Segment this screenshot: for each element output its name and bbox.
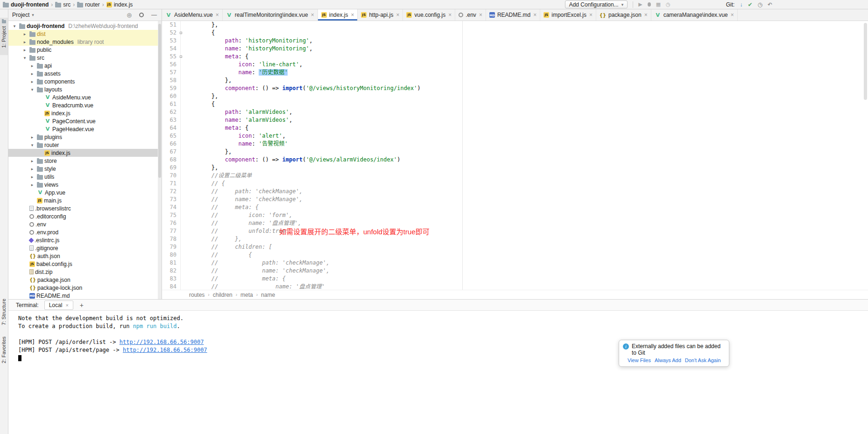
- editor-scrollbar[interactable]: [863, 21, 868, 290]
- fold-icon[interactable]: [180, 56, 182, 58]
- tree-item-editorconfig[interactable]: .editorconfig: [8, 212, 162, 220]
- breadcrumb-item-meta[interactable]: meta: [240, 292, 253, 298]
- tree-item-app-vue[interactable]: VApp.vue: [8, 189, 162, 196]
- breadcrumb-item-index-js[interactable]: JSindex.js: [106, 1, 133, 8]
- chevron-icon[interactable]: ▸: [29, 71, 35, 76]
- code-line-77[interactable]: 77 // unfold:true: [162, 227, 868, 235]
- code-line-63[interactable]: 63 name: 'alarmVideos',: [162, 116, 868, 124]
- tree-item-style[interactable]: ▸style: [8, 165, 162, 173]
- tree-item-eslintrc-js[interactable]: .eslintrc.js: [8, 236, 162, 244]
- close-icon[interactable]: ×: [396, 12, 399, 18]
- git-commit-icon[interactable]: ✔: [748, 1, 752, 8]
- breadcrumb-item-router[interactable]: router: [77, 1, 99, 8]
- tree-item-pageheader-vue[interactable]: VPageHeader.vue: [8, 125, 162, 133]
- chevron-icon[interactable]: ▸: [29, 159, 35, 163]
- tree-item-store[interactable]: ▸store: [8, 157, 162, 165]
- code-line-66[interactable]: 66 name: '告警视频': [162, 140, 868, 148]
- chevron-icon[interactable]: ▾: [29, 87, 35, 92]
- tree-item-babel-config-js[interactable]: JSbabel.config.js: [8, 260, 162, 268]
- chevron-icon[interactable]: ▸: [29, 63, 35, 68]
- tree-item-duoji-frontend[interactable]: ▾duoji-frontendD:\zheheWeb\duoji-fronten…: [8, 22, 162, 30]
- code-line-82[interactable]: 82 // name: 'checkManage',: [162, 267, 868, 275]
- terminal-output[interactable]: Note that the development build is not o…: [8, 311, 868, 434]
- tab-http-api-js[interactable]: JShttp-api.js×: [358, 9, 403, 21]
- tree-item-router[interactable]: ▾router: [8, 141, 162, 149]
- code-editor[interactable]: 51 },52 {53 path: 'historyMonitoring',54…: [162, 21, 868, 290]
- tree-item-node-modules[interactable]: ▸node_moduleslibrary root: [8, 38, 162, 46]
- notification-action-don-t-ask-again[interactable]: Don't Ask Again: [685, 357, 721, 363]
- close-icon[interactable]: ×: [216, 12, 219, 18]
- tree-item-main-js[interactable]: JSmain.js: [8, 196, 162, 204]
- code-line-54[interactable]: 54 name: 'historyMonitoring',: [162, 45, 868, 53]
- code-line-78[interactable]: 78 // },: [162, 235, 868, 243]
- notification-action-view-files[interactable]: View Files: [628, 357, 651, 363]
- chevron-icon[interactable]: ▾: [11, 24, 18, 28]
- breadcrumb-item-children[interactable]: children: [213, 292, 233, 298]
- tool-window-structure-button[interactable]: 7: Structure: [1, 299, 7, 325]
- code-line-56[interactable]: 56 icon: 'line-chart',: [162, 61, 868, 69]
- code-line-65[interactable]: 65 icon: 'alert',: [162, 132, 868, 140]
- close-icon[interactable]: ×: [448, 12, 452, 18]
- breadcrumb-item-src[interactable]: src: [55, 1, 71, 8]
- tab-importexcel-js[interactable]: JSimportExcel.js×: [540, 9, 596, 21]
- new-terminal-button[interactable]: +: [80, 301, 84, 309]
- tree-item-api[interactable]: ▸api: [8, 62, 162, 70]
- tree-item-plugins[interactable]: ▸plugins: [8, 133, 162, 141]
- close-icon[interactable]: ×: [65, 302, 68, 308]
- tree-item-utils[interactable]: ▸utils: [8, 173, 162, 181]
- code-line-61[interactable]: 61 {: [162, 100, 868, 108]
- chevron-icon[interactable]: ▸: [21, 32, 28, 36]
- code-line-69[interactable]: 69 },: [162, 164, 868, 172]
- tree-item-views[interactable]: ▸views: [8, 181, 162, 189]
- run-configuration-selector[interactable]: Add Configuration... ▾: [565, 0, 628, 8]
- tree-item-readme-md[interactable]: MDREADME.md: [8, 292, 162, 299]
- tool-window-project-button[interactable]: 1: Project: [1, 26, 7, 48]
- chevron-icon[interactable]: ▸: [29, 175, 35, 179]
- close-icon[interactable]: ×: [533, 12, 536, 18]
- profiler-button[interactable]: ◷: [666, 1, 670, 7]
- chevron-icon[interactable]: ▸: [29, 167, 35, 171]
- locate-file-button[interactable]: ◎: [127, 12, 132, 18]
- terminal-link[interactable]: http://192.168.66.56:9007: [120, 339, 204, 345]
- code-line-60[interactable]: 60 },: [162, 92, 868, 100]
- tree-item-package-lock-json[interactable]: {}package-lock.json: [8, 284, 162, 292]
- tree-item-asidemenu-vue[interactable]: VAsideMenu.vue: [8, 93, 162, 101]
- close-icon[interactable]: ×: [479, 12, 482, 18]
- tree-item-env-prod[interactable]: .env.prod: [8, 228, 162, 236]
- code-line-52[interactable]: 52 {: [162, 29, 868, 37]
- chevron-icon[interactable]: ▸: [29, 79, 35, 84]
- close-icon[interactable]: ×: [311, 12, 314, 18]
- code-line-67[interactable]: 67 },: [162, 148, 868, 156]
- tree-item-breadcrumb-vue[interactable]: VBreadcrumb.vue: [8, 101, 162, 109]
- code-line-79[interactable]: 79 // children: [: [162, 243, 868, 251]
- scrollbar-thumb[interactable]: [864, 23, 867, 100]
- tree-item-env[interactable]: .env: [8, 220, 162, 228]
- breadcrumb-item-routes[interactable]: routes: [189, 292, 205, 298]
- code-line-80[interactable]: 80 // {: [162, 251, 868, 259]
- breadcrumb-item-name[interactable]: name: [261, 292, 275, 298]
- code-line-64[interactable]: 64 meta: {: [162, 124, 868, 132]
- tree-item-src[interactable]: ▾src: [8, 54, 162, 62]
- close-icon[interactable]: ×: [644, 12, 648, 18]
- tree-item-components[interactable]: ▸components: [8, 77, 162, 85]
- terminal-link[interactable]: http://192.168.66.56:9007: [123, 347, 207, 353]
- code-line-53[interactable]: 53 path: 'historyMonitoring',: [162, 37, 868, 45]
- project-scrollbar[interactable]: [158, 21, 162, 299]
- code-line-62[interactable]: 62 path: 'alarmVideos',: [162, 108, 868, 116]
- chevron-icon[interactable]: ▾: [29, 143, 35, 147]
- code-line-59[interactable]: 59 component: () => import('@/views/hist…: [162, 84, 868, 92]
- tree-item-index-js[interactable]: JSindex.js: [8, 109, 162, 117]
- tab-env[interactable]: .env×: [455, 9, 486, 21]
- code-line-76[interactable]: 76 // name: '盘点管理',: [162, 219, 868, 227]
- code-line-70[interactable]: 70 //设置二级菜单: [162, 172, 868, 180]
- tree-item-package-json[interactable]: {}package.json: [8, 276, 162, 284]
- coverage-button[interactable]: ▦: [656, 1, 661, 7]
- chevron-icon[interactable]: ▸: [29, 182, 35, 187]
- tree-item-pagecontent-vue[interactable]: VPageContent.vue: [8, 117, 162, 125]
- close-icon[interactable]: ×: [731, 12, 734, 18]
- git-rollback-icon[interactable]: ↶: [768, 1, 772, 8]
- git-history-icon[interactable]: ◷: [757, 1, 762, 8]
- code-line-83[interactable]: 83 // meta: {: [162, 275, 868, 283]
- tree-item-dist-zip[interactable]: dist.zip: [8, 268, 162, 276]
- chevron-icon[interactable]: ▸: [21, 48, 28, 52]
